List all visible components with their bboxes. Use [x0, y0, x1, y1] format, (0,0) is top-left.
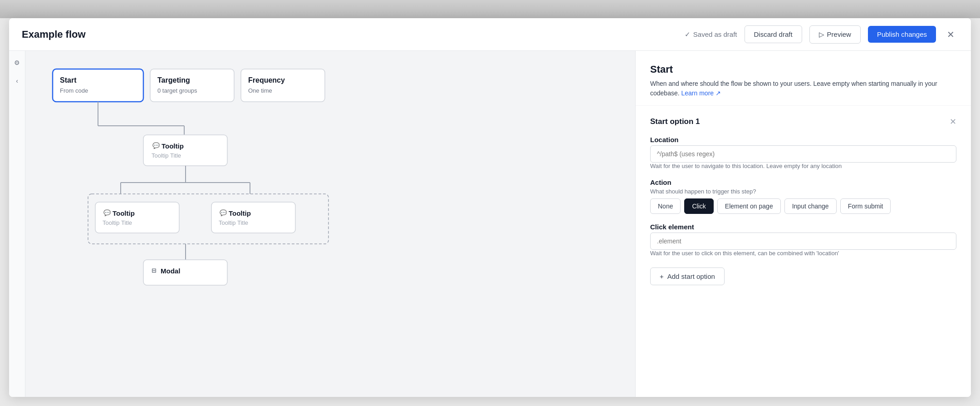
start-option-section: Start option 1 ✕ Location Wait for the u… — [636, 106, 971, 296]
sidebar-settings-icon[interactable]: ⚙ — [11, 56, 24, 69]
publish-button[interactable]: Publish changes — [868, 26, 936, 43]
location-label: Location — [650, 136, 956, 144]
svg-text:Targeting: Targeting — [157, 76, 190, 84]
click-element-field-group: Click element Wait for the user to click… — [650, 223, 956, 257]
right-panel: Start When and where should the flow be … — [635, 51, 971, 397]
svg-text:Frequency: Frequency — [248, 76, 285, 84]
svg-text:💬: 💬 — [220, 209, 227, 217]
start-option-close-button[interactable]: ✕ — [950, 117, 956, 127]
right-panel-title: Start — [650, 64, 956, 75]
header-actions: ✓ Saved as draft Discard draft ▷ Preview… — [685, 25, 958, 44]
svg-text:Tooltip: Tooltip — [113, 209, 135, 217]
action-buttons-group: None Click Element on page Input change … — [650, 198, 956, 214]
svg-text:Tooltip: Tooltip — [229, 209, 251, 217]
flow-canvas[interactable]: Start From code Targeting 0 target group… — [25, 51, 635, 397]
svg-rect-21 — [95, 202, 179, 233]
click-element-input[interactable] — [650, 233, 956, 250]
svg-text:Tooltip Title: Tooltip Title — [103, 219, 132, 226]
click-element-label: Click element — [650, 223, 956, 231]
add-start-option-button[interactable]: + Add start option — [650, 267, 725, 285]
app-title: Example flow — [22, 29, 86, 40]
flow-diagram: Start From code Targeting 0 target group… — [48, 60, 375, 369]
svg-text:Modal: Modal — [161, 267, 180, 275]
action-none-button[interactable]: None — [650, 198, 681, 214]
app-header: Example flow ✓ Saved as draft Discard dr… — [9, 18, 971, 51]
plus-icon: + — [660, 272, 664, 280]
start-option-title: Start option 1 — [650, 117, 700, 126]
svg-rect-0 — [53, 69, 143, 102]
discard-draft-button[interactable]: Discard draft — [745, 25, 802, 43]
svg-text:Tooltip Title: Tooltip Title — [219, 219, 248, 226]
location-field-group: Location Wait for the user to navigate t… — [650, 136, 956, 169]
svg-text:From code: From code — [60, 87, 88, 94]
action-label: Action — [650, 178, 956, 186]
svg-rect-6 — [241, 69, 325, 102]
svg-rect-12 — [143, 135, 227, 166]
action-hint: What should happen to trigger this step? — [650, 188, 956, 195]
svg-text:Start: Start — [60, 76, 77, 84]
svg-text:One time: One time — [248, 87, 272, 94]
play-icon: ▷ — [819, 30, 824, 39]
location-input[interactable] — [650, 145, 956, 163]
main-content: ⚙ ‹ Start From code Targeting 0 target g… — [9, 51, 971, 397]
right-panel-header: Start When and where should the flow be … — [636, 51, 971, 106]
svg-text:💬: 💬 — [152, 142, 160, 149]
app-window: Example flow ✓ Saved as draft Discard dr… — [9, 18, 971, 397]
action-field-group: Action What should happen to trigger thi… — [650, 178, 956, 214]
preview-button[interactable]: ▷ Preview — [809, 25, 861, 44]
sidebar-chevron-icon[interactable]: ‹ — [11, 74, 24, 87]
action-form-submit-button[interactable]: Form submit — [840, 198, 891, 214]
svg-text:⊟: ⊟ — [152, 267, 157, 274]
action-click-button[interactable]: Click — [684, 198, 713, 214]
left-sidebar: ⚙ ‹ — [9, 51, 25, 397]
location-hint: Wait for the user to navigate to this lo… — [650, 163, 956, 169]
action-element-on-page-button[interactable]: Element on page — [717, 198, 781, 214]
saved-draft-status: ✓ Saved as draft — [685, 30, 737, 39]
start-option-header: Start option 1 ✕ — [650, 117, 956, 127]
os-bar — [0, 0, 980, 18]
svg-text:Tooltip: Tooltip — [162, 142, 184, 150]
svg-text:💬: 💬 — [103, 209, 111, 217]
learn-more-link[interactable]: Learn more ↗ — [681, 89, 721, 97]
click-element-hint: Wait for the user to click on this eleme… — [650, 250, 956, 257]
check-icon: ✓ — [685, 30, 691, 39]
right-panel-description: When and where should the flow be shown … — [650, 79, 956, 98]
svg-rect-25 — [211, 202, 295, 233]
action-input-change-button[interactable]: Input change — [784, 198, 837, 214]
svg-rect-3 — [150, 69, 234, 102]
svg-text:Tooltip Title: Tooltip Title — [152, 152, 181, 159]
svg-text:0 target groups: 0 target groups — [157, 87, 197, 94]
close-window-button[interactable]: ✕ — [943, 27, 958, 42]
